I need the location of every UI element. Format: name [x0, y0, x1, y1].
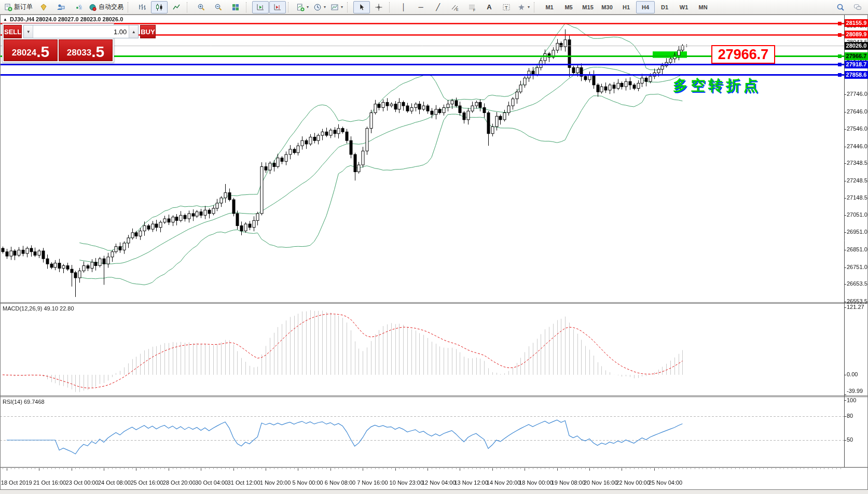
indicators-icon [296, 3, 305, 11]
cursor-button[interactable] [353, 1, 370, 13]
crosshair-button[interactable] [370, 1, 387, 13]
hline-price-badge: 28155.9 [845, 19, 868, 27]
arrows-button[interactable]: ▾ [515, 1, 532, 13]
indicators-caret-icon[interactable]: ▾ [307, 5, 309, 9]
chart-candles-button[interactable] [151, 1, 168, 13]
volume-increase-button[interactable]: ▲ [129, 25, 138, 38]
toolbar: 新订单自动交易▾▾▾│─╱EFAT▾M1M5M15M30H1H4D1W1MN [0, 0, 868, 15]
text-label-button[interactable]: T [498, 1, 515, 13]
time-label: 20 Nov 16:00 [584, 479, 617, 486]
arrows-caret-icon[interactable]: ▾ [528, 5, 530, 9]
time-label: 18 Oct 2019 [1, 479, 32, 486]
rsi-tick-label: 50 [847, 436, 853, 443]
price-tick-label: 26653.5 [847, 280, 867, 287]
chart-title: ▲ DJ30-,H4 28024.0 28027.0 28023.0 28026… [3, 16, 123, 22]
search-icon [836, 3, 845, 11]
channel-button[interactable]: E [447, 1, 463, 13]
chart-line-button[interactable] [168, 1, 185, 13]
oneclick-toggle-icon[interactable]: ▲ [3, 17, 7, 22]
time-label: 19 Nov 08:00 [552, 479, 585, 486]
price-tick-label: 27051.0 [847, 211, 867, 218]
chart-shift-button[interactable] [269, 1, 286, 13]
buy-price-button[interactable]: 28033.5 [59, 39, 113, 61]
fibo-button[interactable]: F [464, 1, 480, 13]
text-label-icon: T [502, 3, 511, 11]
new-order-button[interactable]: 新订单 [2, 1, 35, 13]
svg-text:T: T [505, 5, 508, 10]
timeframe-h4-button[interactable]: H4 [636, 1, 655, 13]
price-tick-label: 27148.5 [847, 194, 867, 201]
volume-decrease-button[interactable]: ▼ [24, 25, 33, 38]
price-callout[interactable]: 27966.7 [711, 45, 775, 64]
search-button[interactable] [832, 1, 849, 13]
macd-label: MACD(12,26,9) 49.10 22.80 [3, 305, 74, 312]
tile-windows-icon [231, 3, 240, 11]
zoom-in-button[interactable] [193, 1, 210, 13]
timeframe-m30-button[interactable]: M30 [598, 1, 616, 13]
timeframe-h1-button[interactable]: H1 [617, 1, 636, 13]
hline-button[interactable]: ─ [412, 1, 429, 13]
profiles-button[interactable] [52, 1, 69, 13]
trendline-button[interactable]: ╱ [430, 1, 446, 13]
price-tick-label: 27248.5 [847, 177, 867, 184]
current-price-badge: 28026.0 [845, 42, 868, 50]
auto-scroll-button[interactable] [252, 1, 269, 13]
time-label: 10 Nov 23:00 [390, 479, 423, 486]
rsi-label: RSI(14) 69.7468 [3, 399, 45, 405]
chart-line-icon [172, 3, 181, 11]
time-label: 25 Nov 04:00 [649, 479, 682, 486]
toolbar-separator [389, 2, 393, 12]
text-button[interactable]: A [481, 1, 498, 13]
one-click-trading-panel: SELL ▼ ▲ BUY 28024.5 28033.5 [2, 23, 114, 63]
metaeditor-button[interactable] [35, 1, 52, 13]
time-label: 21 Oct 16:00 [33, 479, 66, 486]
auto-scroll-icon [256, 3, 265, 11]
chart-candles-icon [155, 3, 163, 11]
time-label: 24 Oct 08:00 [98, 479, 131, 486]
volume-input[interactable] [33, 25, 129, 38]
toolbar-separator [288, 2, 292, 12]
timeframe-m15-button[interactable]: M15 [578, 1, 597, 13]
autotrading-button[interactable]: 自动交易 [87, 1, 126, 13]
price-tick-label: 27348.5 [847, 160, 867, 166]
rsi-tick-label: 80 [847, 413, 853, 419]
sell-button[interactable]: SELL [4, 25, 22, 38]
chart-window: ▲ DJ30-,H4 28024.0 28027.0 28023.0 28026… [0, 15, 868, 490]
timeframe-mn-button[interactable]: MN [694, 1, 712, 13]
timeframe-m5-button[interactable]: M5 [559, 1, 578, 13]
periods-button[interactable]: ▾ [311, 1, 328, 13]
chat-button[interactable] [849, 1, 866, 13]
fibo-icon: F [468, 3, 476, 11]
hline-price-badge: 27858.6 [845, 71, 868, 79]
vline-icon: │ [402, 4, 406, 10]
hline-price-badge: 27966.7 [845, 52, 868, 60]
chart-shift-icon [273, 3, 282, 11]
sell-price-button[interactable]: 28024.5 [4, 39, 58, 61]
toolbar-separator [187, 2, 190, 12]
time-label: 13 Nov 12:00 [454, 479, 488, 486]
time-scale[interactable]: 18 Oct 201921 Oct 16:0023 Oct 00:0024 Oc… [0, 470, 868, 490]
timeframe-d1-button[interactable]: D1 [655, 1, 674, 13]
buy-price-base: 28033 [67, 46, 91, 60]
metaeditor-icon [39, 3, 48, 11]
svg-text:F: F [473, 8, 475, 11]
annotation-label[interactable]: 多空转折点 [673, 76, 761, 95]
macd-tick-label: 121.27 [847, 304, 864, 310]
indicators-button[interactable]: ▾ [294, 1, 311, 13]
price-scale[interactable]: 28141.028043.527948.527843.527746.027646… [845, 15, 868, 467]
channel-icon: E [451, 3, 459, 11]
zoom-out-button[interactable] [210, 1, 227, 13]
periods-caret-icon[interactable]: ▾ [324, 5, 326, 9]
chart-bars-button[interactable] [134, 1, 150, 13]
buy-button[interactable]: BUY [140, 25, 155, 38]
signals-button[interactable] [70, 1, 86, 13]
templates-caret-icon[interactable]: ▾ [341, 5, 343, 9]
price-tick-label: 27546.0 [847, 125, 867, 132]
vline-button[interactable]: │ [395, 1, 412, 13]
templates-button[interactable]: ▾ [328, 1, 345, 13]
trendline-icon: ╱ [436, 4, 440, 10]
timeframe-m1-button[interactable]: M1 [540, 1, 559, 13]
timeframe-w1-button[interactable]: W1 [674, 1, 693, 13]
tile-windows-button[interactable] [227, 1, 244, 13]
toolbar-separator [534, 2, 538, 12]
